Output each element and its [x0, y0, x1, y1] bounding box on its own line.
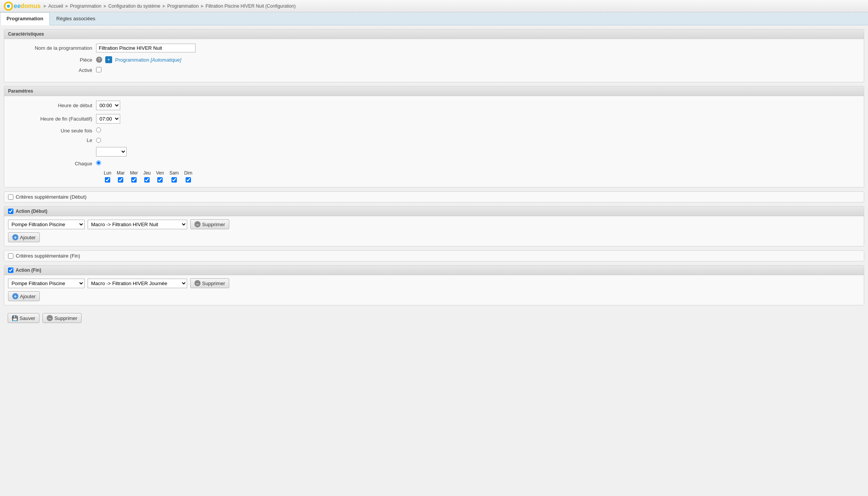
active-label: Activé	[12, 67, 96, 73]
day-mer: Mer	[130, 170, 138, 183]
section-action-fin: Action (Fin) Pompe Filtration Piscine Ma…	[4, 265, 864, 305]
day-sam: Sam	[169, 170, 179, 183]
action-fin-device-select[interactable]: Pompe Filtration Piscine	[8, 279, 85, 288]
action-debut-title: Action (Début)	[16, 209, 47, 214]
chaque-label: Chaque	[12, 161, 96, 166]
piece-icon[interactable]: +	[105, 56, 112, 63]
le-dropdown-control	[96, 147, 127, 157]
day-dim-checkbox[interactable]	[186, 177, 191, 183]
section-parametres-header: Paramètres	[4, 86, 864, 96]
day-ven: Ven	[156, 170, 164, 183]
action-debut-supprimer-button[interactable]: – Supprimer	[190, 219, 229, 229]
active-checkbox[interactable]	[96, 67, 101, 72]
section-caracteristiques: Caractéristiques Nom de la programmation…	[4, 29, 864, 82]
section-criteres-debut: Critères supplémentaire (Début)	[4, 191, 864, 202]
criteres-fin-checkbox[interactable]	[8, 253, 13, 259]
heure-fin-control: 07:00 08:00	[96, 114, 120, 124]
day-mar-checkbox[interactable]	[118, 177, 123, 183]
heure-debut-row: Heure de début 00:00 01:00 02:00	[12, 101, 856, 110]
day-dim: Dim	[184, 170, 192, 183]
action-debut-ajouter-button[interactable]: + Ajouter	[8, 232, 40, 242]
top-bar: eedomus ➤ Accueil ➤ Programmation ➤ Conf…	[0, 0, 868, 12]
criteres-fin-row: Critères supplémentaire (Fin)	[4, 251, 864, 261]
action-fin-header: Action (Fin)	[4, 266, 864, 275]
action-fin-title: Action (Fin)	[16, 268, 41, 273]
action-fin-row: Pompe Filtration Piscine Macro -> Filtra…	[4, 275, 864, 291]
piece-link[interactable]: Programmation [Automatique]	[115, 57, 181, 63]
active-row: Activé	[12, 67, 856, 73]
le-label: Le	[12, 137, 96, 143]
sauver-button[interactable]: 💾 Sauver	[8, 313, 39, 323]
piece-label: Pièce	[12, 57, 96, 63]
action-debut-add-row: + Ajouter	[4, 232, 864, 246]
sauver-icon: 💾	[12, 315, 18, 321]
heure-fin-select[interactable]: 07:00 08:00	[96, 114, 120, 124]
help-icon: ?	[96, 57, 102, 63]
heure-fin-row: Heure de fin (Facultatif) 07:00 08:00	[12, 114, 856, 124]
heure-debut-label: Heure de début	[12, 103, 96, 108]
section-action-debut: Action (Début) Pompe Filtration Piscine …	[4, 206, 864, 246]
action-fin-supprimer-button[interactable]: – Supprimer	[190, 278, 229, 288]
criteres-debut-row: Critères supplémentaire (Début)	[4, 192, 864, 202]
le-dropdown-select[interactable]	[96, 147, 127, 157]
section-criteres-fin: Critères supplémentaire (Fin)	[4, 250, 864, 261]
le-control	[96, 138, 101, 143]
breadcrumb: ➤ Accueil ➤ Programmation ➤ Configuratio…	[43, 3, 295, 9]
supprimer-button[interactable]: – Supprimer	[42, 313, 82, 323]
nom-row: Nom de la programmation	[12, 44, 856, 52]
nom-label: Nom de la programmation	[12, 45, 96, 51]
chaque-radio[interactable]	[96, 160, 101, 165]
ajouter-fin-icon: +	[12, 293, 18, 299]
section-parametres-body: Heure de début 00:00 01:00 02:00 Heure d…	[4, 96, 864, 187]
criteres-debut-label: Critères supplémentaire (Début)	[16, 194, 86, 200]
criteres-debut-checkbox[interactable]	[8, 194, 13, 200]
heure-debut-select[interactable]: 00:00 01:00 02:00	[96, 101, 120, 110]
action-fin-checkbox[interactable]	[8, 268, 13, 273]
action-fin-macro-select[interactable]: Macro -> Filtration HIVER Journée	[88, 279, 187, 288]
le-radio[interactable]	[96, 138, 101, 143]
une-seule-fois-control	[96, 127, 101, 134]
day-lun-checkbox[interactable]	[105, 177, 110, 183]
active-control	[96, 67, 101, 73]
le-row: Le	[12, 137, 856, 143]
day-jeu: Jeu	[143, 170, 150, 183]
action-debut-header: Action (Début)	[4, 207, 864, 216]
action-debut-device-select[interactable]: Pompe Filtration Piscine	[8, 220, 85, 229]
section-parametres: Paramètres Heure de début 00:00 01:00 02…	[4, 86, 864, 188]
supprimer-fin-icon: –	[194, 280, 201, 286]
section-caracteristiques-body: Nom de la programmation Pièce ? + Progra…	[4, 39, 864, 82]
section-caracteristiques-header: Caractéristiques	[4, 29, 864, 39]
une-seule-fois-radio[interactable]	[96, 127, 101, 132]
criteres-fin-label: Critères supplémentaire (Fin)	[16, 253, 80, 259]
day-jeu-checkbox[interactable]	[144, 177, 150, 183]
action-fin-add-row: + Ajouter	[4, 291, 864, 305]
day-sam-checkbox[interactable]	[171, 177, 177, 183]
action-fin-ajouter-button[interactable]: + Ajouter	[8, 291, 40, 301]
une-seule-fois-row: Une seule fois	[12, 127, 856, 134]
days-row: Lun Mar Mer Jeu	[104, 170, 856, 183]
day-ven-checkbox[interactable]	[157, 177, 163, 183]
tab-regles-associees[interactable]: Règles associées	[50, 12, 102, 25]
supprimer-icon: –	[194, 221, 201, 227]
footer-supprimer-icon: –	[47, 315, 53, 321]
heure-fin-label: Heure de fin (Facultatif)	[12, 116, 96, 122]
day-mer-checkbox[interactable]	[131, 177, 137, 183]
nom-control	[96, 44, 196, 52]
le-dropdown-row	[12, 147, 856, 157]
days-container: Lun Mar Mer Jeu	[100, 170, 856, 183]
une-seule-fois-label: Une seule fois	[12, 128, 96, 134]
chaque-control	[96, 160, 101, 166]
chaque-row: Chaque	[12, 160, 856, 166]
tab-programmation[interactable]: Programmation	[0, 12, 50, 25]
action-debut-row: Pompe Filtration Piscine Macro -> Filtra…	[4, 216, 864, 232]
heure-debut-control: 00:00 01:00 02:00	[96, 101, 120, 110]
nom-input[interactable]	[96, 44, 196, 52]
day-lun: Lun	[104, 170, 111, 183]
piece-row: Pièce ? + Programmation [Automatique]	[12, 56, 856, 63]
day-mar: Mar	[117, 170, 125, 183]
action-debut-macro-select[interactable]: Macro -> Filtration HIVER Nuit	[88, 220, 187, 229]
ajouter-icon: +	[12, 234, 18, 240]
action-debut-checkbox[interactable]	[8, 209, 13, 214]
footer-actions: 💾 Sauver – Supprimer	[4, 309, 864, 327]
tab-bar: Programmation Règles associées	[0, 12, 868, 25]
